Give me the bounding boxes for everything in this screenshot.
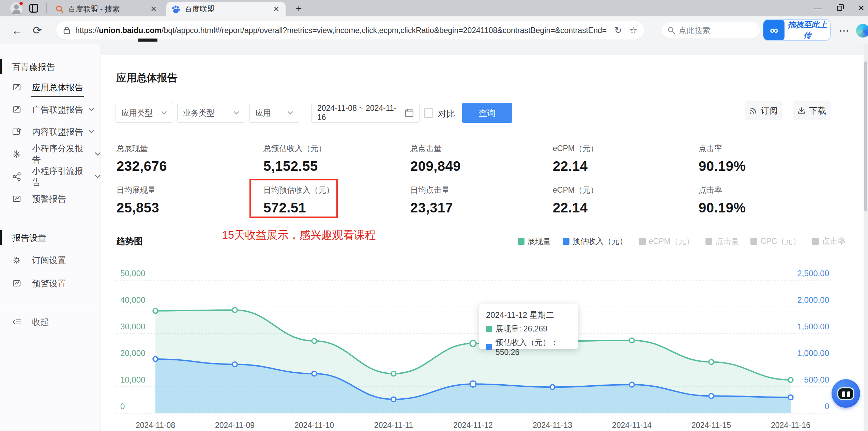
stat-label: 日均展现量 <box>117 185 253 195</box>
favorite-star-icon[interactable]: ☆ <box>629 25 637 36</box>
tooltip-date: 2024-11-12 星期二 <box>486 310 571 321</box>
report-icon <box>12 82 22 92</box>
sidebar-section-header: 报告设置 <box>0 228 46 247</box>
loading-bar <box>138 39 157 42</box>
stat-card: 点击率 90.19% <box>699 143 835 174</box>
left-axis-tick: 40,000 <box>120 295 145 305</box>
netdisk-upload-button[interactable]: ∞ 拖拽至此上传 <box>763 19 831 41</box>
download-button[interactable]: 下载 <box>793 101 831 120</box>
legend-label: CPC（元） <box>760 236 801 247</box>
address-bar[interactable]: https://union.baidu.com/bqt/appco.html#/… <box>56 21 644 40</box>
page-scrollbar[interactable] <box>864 44 868 431</box>
legend-swatch <box>705 238 712 245</box>
hub-icon <box>12 149 22 159</box>
tab-baidu-union[interactable]: 百度联盟 ✕ <box>166 2 286 16</box>
sidebar-collapse-button[interactable]: 收起 <box>0 312 101 331</box>
divider <box>0 307 101 307</box>
browser-window: 百度联盟 - 搜索 ✕ 百度联盟 ✕ + — ✕ ← ⟳ <box>0 0 868 431</box>
left-axis-tick: 30,000 <box>120 322 145 331</box>
refresh-icon[interactable]: ⟳ <box>33 16 42 44</box>
page-background-strip <box>0 44 868 55</box>
legend-item[interactable]: 展现量 <box>518 236 551 247</box>
stat-label: 总预估收入（元） <box>263 143 400 154</box>
legend-label: 点击量 <box>715 236 739 247</box>
restore-button[interactable] <box>829 0 850 16</box>
legend-item[interactable]: CPC（元） <box>750 236 801 247</box>
legend-swatch <box>518 238 524 245</box>
trend-chart[interactable]: 2024-11-12 星期二 展现量: 26,269 预估收入（元）：550.2… <box>116 263 846 431</box>
legend-item[interactable]: 点击量 <box>705 236 739 247</box>
stat-label: 总点击量 <box>410 143 547 154</box>
x-axis-label: 2024-11-09 <box>206 421 264 430</box>
upload-badge-label: 拖拽至此上传 <box>785 19 830 41</box>
x-axis-label: 2024-11-11 <box>365 421 423 430</box>
chevron-down-icon <box>161 111 167 115</box>
sidebar: 百青藤报告应用总体报告广告联盟报告内容联盟报告小程序分发报告小程序引流报告预警报… <box>0 44 101 431</box>
stat-label: 点击率 <box>699 143 835 154</box>
assistant-robot-icon[interactable] <box>832 379 860 408</box>
sidebar-item[interactable]: 内容联盟报告 <box>0 122 101 141</box>
profile-avatar-icon[interactable] <box>10 2 22 15</box>
alert-icon <box>12 278 22 288</box>
stat-card: 日均点击量 23,317 <box>410 185 547 216</box>
baidu-paw-favicon <box>171 4 181 14</box>
x-axis-label: 2024-11-14 <box>603 421 661 430</box>
sidebar-item[interactable]: 应用总体报告 <box>0 78 101 97</box>
close-tab-icon[interactable]: ✕ <box>272 5 281 14</box>
search-placeholder: 点此搜索 <box>679 25 710 36</box>
subscribe-button[interactable]: 订阅 <box>745 101 782 120</box>
browser-toolbar: ← ⟳ https://union.baidu.com/bqt/appco.ht… <box>0 16 868 44</box>
x-axis-label: 2024-11-12 <box>444 421 502 430</box>
sidebar-item[interactable]: 小程序引流报告 <box>0 167 101 186</box>
main-content: 应用总体报告 应用类型 业务类型 应用 2024-11-08 ~ 2024-11… <box>101 55 864 431</box>
browser-menu-icon[interactable]: ⋯ <box>839 25 850 36</box>
report-icon <box>12 104 22 115</box>
sidebar-item[interactable]: 预警报告 <box>0 189 101 208</box>
stat-card: eCPM（元） 22.14 <box>553 185 689 216</box>
close-window-button[interactable]: ✕ <box>851 0 868 16</box>
close-tab-icon[interactable]: ✕ <box>149 5 158 14</box>
left-axis-tick: 20,000 <box>120 348 145 358</box>
x-axis-label: 2024-11-10 <box>285 421 343 430</box>
translate-icon[interactable]: ↻ <box>614 25 622 36</box>
workspaces-icon[interactable] <box>29 4 38 13</box>
back-icon[interactable]: ← <box>12 16 22 44</box>
date-range-input[interactable]: 2024-11-08 ~ 2024-11-16 <box>311 103 420 123</box>
scrollbar-thumb[interactable] <box>864 61 867 211</box>
tab-search[interactable]: 百度联盟 - 搜索 ✕ <box>50 2 163 16</box>
sidebar-item[interactable]: 订阅设置 <box>0 251 101 270</box>
alert-icon <box>12 194 22 204</box>
stat-card: 总预估收入（元） 5,152.55 <box>263 143 400 174</box>
sidebar-item[interactable]: 小程序分发报告 <box>0 145 101 164</box>
stat-value: 232,676 <box>117 159 253 174</box>
left-axis-tick: 10,000 <box>120 375 145 385</box>
chevron-down-icon <box>88 129 95 134</box>
left-axis-tick: 0 <box>120 402 125 411</box>
collapse-icon <box>12 317 22 327</box>
compare-checkbox[interactable] <box>424 108 433 118</box>
chevron-down-icon <box>287 111 293 115</box>
query-button[interactable]: 查询 <box>462 103 512 123</box>
rss-icon <box>749 106 757 115</box>
legend-item[interactable]: 点击率 <box>812 236 846 247</box>
legend-item[interactable]: 预估收入（元） <box>563 236 627 247</box>
stat-card: 日均展现量 25,853 <box>117 185 253 216</box>
compare-label: 对比 <box>438 108 455 119</box>
stat-label: eCPM（元） <box>553 185 689 195</box>
legend-label: eCPM（元） <box>649 236 694 247</box>
new-tab-button[interactable]: + <box>296 3 302 14</box>
sidebar-item[interactable]: 广告联盟报告 <box>0 100 101 119</box>
stat-label: 总展现量 <box>117 143 253 154</box>
gear-icon <box>12 255 22 265</box>
chart-legend: 展现量 预估收入（元） eCPM（元） 点击量 CPC（元） 点击率 <box>518 236 846 247</box>
app-select[interactable]: 应用 <box>249 103 299 123</box>
copilot-icon[interactable] <box>856 24 868 38</box>
right-axis-tick: 1,500.00 <box>775 322 829 331</box>
app-type-select[interactable]: 应用类型 <box>116 103 173 123</box>
quick-search-box[interactable]: 点此搜索 <box>662 22 760 39</box>
sidebar-item[interactable]: 预警设置 <box>0 274 101 293</box>
legend-item[interactable]: eCPM（元） <box>639 236 694 247</box>
biz-type-select[interactable]: 业务类型 <box>177 103 245 123</box>
chevron-down-icon <box>94 174 101 179</box>
minimize-button[interactable]: — <box>807 0 828 16</box>
